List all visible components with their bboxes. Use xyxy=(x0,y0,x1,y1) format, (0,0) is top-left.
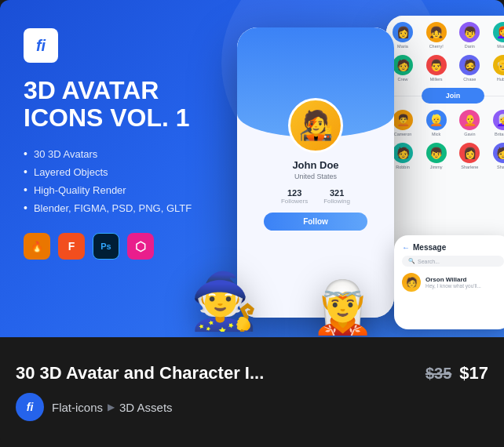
msg-user-row: 🧑 Orson Willard Hey, I know what you'll.… xyxy=(402,273,504,292)
product-title: 3D AVATAR ICONS VOL. 1 xyxy=(24,77,196,132)
avatar-img: 👧 xyxy=(426,22,447,42)
avatar-img: 🧑‍🦲 xyxy=(459,110,480,130)
avatar-img: 🧔 xyxy=(459,55,480,75)
msg-user-avatar: 🧑 xyxy=(402,273,421,292)
bottom-info-bar: 30 3D Avatar and Character I... $35 $17 … xyxy=(0,337,504,447)
feature-list: 30 3D Avatars Layered Objects High-Quali… xyxy=(24,147,196,214)
avatar-item: 👧 Cherry! xyxy=(425,22,448,49)
phone-mockups-area: 👩 Maria 👧 Cherry! 👦 Darin 👩‍🦰 xyxy=(190,12,504,337)
product-name: 30 3D Avatar and Character I... xyxy=(16,363,264,383)
avatar-img: 👨 xyxy=(426,55,447,75)
breadcrumb-arrow: ▶ xyxy=(108,402,115,412)
feature-item: Blender, FIGMA, PSD, PNG, GLTF xyxy=(24,202,196,214)
join-button[interactable]: Join xyxy=(422,88,484,104)
banner-left-content: fi 3D AVATAR ICONS VOL. 1 30 3D Avatars … xyxy=(24,28,196,260)
avatar-item: 👩‍🦰 Monet xyxy=(491,22,504,49)
msg-header: ← Message xyxy=(402,243,504,252)
avatar-row-4: 🧑 Robbin 👦 Jimmy 👩 Sharlene 🧑 xyxy=(391,143,504,169)
avatar-item: 👦 Darin xyxy=(458,22,481,49)
avatar-img: 👩 xyxy=(393,22,413,42)
avatar-row-2: 🧑 Crew 👨 Millers 🧔 Chase 👴 xyxy=(391,55,504,82)
author-name: Flat-icons xyxy=(52,401,103,414)
phone-profile: 🧑‍🎤 John Doe United States 123 Followers… xyxy=(237,27,394,318)
msg-user-info: Orson Willard Hey, I know what you'll... xyxy=(425,276,504,289)
product-banner: fi 3D AVATAR ICONS VOL. 1 30 3D Avatars … xyxy=(0,0,504,337)
tool-icons-row: 🔥 F Ps ⬡ xyxy=(24,233,196,260)
avatar-item: 🧔 Chase xyxy=(458,55,481,82)
category-name: 3D Assets xyxy=(119,401,173,414)
avatar-img: 🧑 xyxy=(493,143,504,163)
avatar-item: 👴 Hubert xyxy=(491,55,504,82)
followers-stat: 123 Followers xyxy=(281,188,308,205)
extra-tool-icon: ⬡ xyxy=(127,233,154,260)
author-logo: fi xyxy=(16,393,44,421)
feature-item: Layered Objects xyxy=(24,165,196,178)
author-info: Flat-icons ▶ 3D Assets xyxy=(52,401,173,414)
character-figure-left: 🧙 xyxy=(190,269,258,333)
product-title-row: 30 3D Avatar and Character I... $35 $17 xyxy=(16,363,488,383)
avatar-img: 🧑‍🦱 xyxy=(393,110,413,130)
avatar-img: 👦 xyxy=(426,143,447,163)
phone-header-bg: 🧑‍🎤 xyxy=(237,27,394,137)
profile-name: John Doe xyxy=(292,159,338,171)
avatar-item: 👩 Maria xyxy=(391,22,415,49)
avatar-item: 🧑 Shane xyxy=(491,143,504,169)
avatar-img: 🧑 xyxy=(393,143,413,163)
following-stat: 321 Following xyxy=(323,188,350,205)
avatar-img: 👩‍🦳 xyxy=(493,110,504,130)
figma-icon: F xyxy=(58,233,85,260)
price-area: $35 $17 xyxy=(425,363,488,383)
avatar-img: 👴 xyxy=(493,55,504,75)
avatar-item: 🧑 Crew xyxy=(391,55,415,82)
avatar-item: 👩‍🦳 Britannia xyxy=(491,110,504,136)
feature-item: High-Quality Render xyxy=(24,184,196,196)
product-card: fi 3D AVATAR ICONS VOL. 1 30 3D Avatars … xyxy=(0,0,504,447)
feature-item: 30 3D Avatars xyxy=(24,147,196,160)
stats-row: 123 Followers 321 Following xyxy=(281,188,350,205)
avatar-img: 👱 xyxy=(426,110,447,130)
sale-price: $17 xyxy=(459,363,488,383)
original-price: $35 xyxy=(425,365,451,383)
follow-button[interactable]: Follow xyxy=(264,213,367,231)
avatar-img: 🧑 xyxy=(393,55,413,75)
avatar-img: 👩‍🦰 xyxy=(493,22,504,42)
author-row: fi Flat-icons ▶ 3D Assets xyxy=(16,393,488,421)
photoshop-icon: Ps xyxy=(93,233,119,260)
avatar-item: 🧑 Robbin xyxy=(391,143,415,169)
phone-messages: ← Message 🔍 Search... 🧑 Orson Willard He… xyxy=(394,235,504,329)
avatar-item: 👱 Mick xyxy=(425,110,448,136)
avatar-img: 👩 xyxy=(459,143,480,163)
character-figure-right: 🧝 xyxy=(311,278,374,337)
avatar-item: 👨 Millers xyxy=(425,55,448,82)
phone-profile-screen: 🧑‍🎤 John Doe United States 123 Followers… xyxy=(237,27,394,318)
avatar-img: 👦 xyxy=(459,22,480,42)
avatar-item: 🧑‍🦱 Cameron xyxy=(391,110,415,136)
avatar-item: 🧑‍🦲 Gavin xyxy=(458,110,481,136)
blender-icon: 🔥 xyxy=(24,233,50,260)
msg-search[interactable]: 🔍 Search... xyxy=(402,256,504,267)
avatar-item: 👩 Sharlene xyxy=(458,143,481,169)
avatar-row-3: 🧑‍🦱 Cameron 👱 Mick 🧑‍🦲 Gavin 👩‍� xyxy=(391,110,504,136)
profile-location: United States xyxy=(294,173,337,180)
avatar-row-1: 👩 Maria 👧 Cherry! 👦 Darin 👩‍🦰 xyxy=(391,22,504,49)
brand-logo: fi xyxy=(24,28,58,63)
avatar-item: 👦 Jimmy xyxy=(425,143,448,169)
profile-avatar: 🧑‍🎤 xyxy=(288,98,343,153)
